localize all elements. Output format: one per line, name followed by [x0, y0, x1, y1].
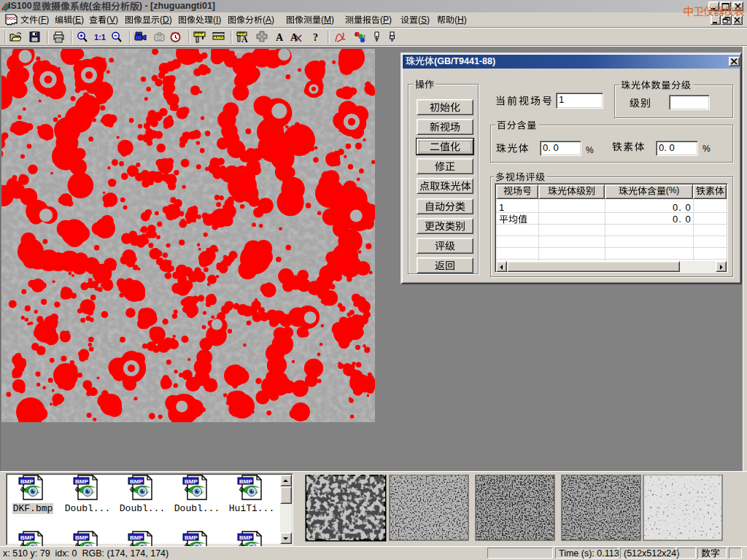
svg-text:A: A [241, 34, 248, 44]
svg-text:DOC: DOC [7, 16, 17, 20]
svg-text:1:1: 1:1 [94, 33, 106, 42]
svg-text:A: A [276, 32, 284, 43]
svg-text:?: ? [313, 32, 318, 43]
svg-text:3: 3 [363, 34, 365, 39]
svg-text:1: 1 [355, 32, 357, 36]
